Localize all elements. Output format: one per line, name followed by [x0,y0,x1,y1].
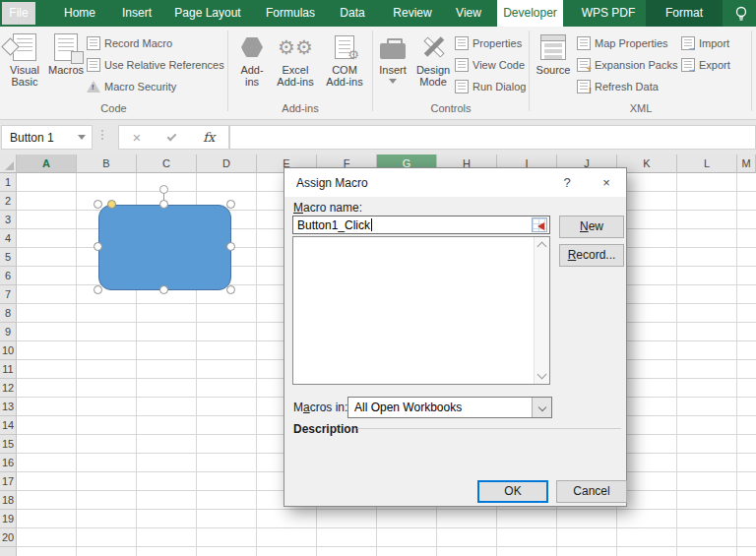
record-button[interactable]: Record... [559,244,624,267]
resize-handle-middle-right[interactable] [226,242,235,251]
refedit-collapse-icon[interactable] [532,217,547,232]
formula-input[interactable] [229,125,756,150]
row-header-14[interactable]: 14 [0,416,17,435]
macro-list[interactable] [292,236,550,385]
row-header-7[interactable]: 7 [0,285,17,304]
select-all-corner[interactable] [0,154,17,173]
expansion-packs-button[interactable]: + Expansion Packs [577,56,677,74]
xml-group-label: XML [530,102,752,116]
row-header-11[interactable]: 11 [0,360,17,379]
row-header-15[interactable]: 15 [0,435,17,454]
dialog-title-bar: Assign Macro ? × [284,168,626,197]
run-dialog-icon [455,80,469,93]
cancel-entry-icon[interactable]: × [133,129,142,146]
enter-entry-icon[interactable] [167,131,177,141]
row-header-20[interactable]: 20 [0,528,17,547]
column-header-L[interactable]: L [677,154,737,173]
scroll-up-icon[interactable] [537,242,547,252]
row-header-6[interactable]: 6 [0,267,17,285]
tab-file[interactable]: File [2,2,35,25]
scroll-down-icon[interactable] [537,370,547,380]
insert-controls-button[interactable]: Insert [376,31,410,101]
excel-add-ins-button[interactable]: ⚙⚙ ExcelAdd-ins [273,31,318,101]
row-header-3[interactable]: 3 [0,211,17,229]
formula-bar-resize-handle[interactable] [101,130,103,140]
row-header-1[interactable]: 1 [0,173,17,192]
row-header-12[interactable]: 12 [0,379,17,398]
column-header-D[interactable]: D [197,154,257,173]
macros-button[interactable]: Macros [47,31,85,101]
column-header-B[interactable]: B [77,154,137,173]
column-header-A[interactable]: A [17,154,77,173]
resize-handle-bottom-middle[interactable] [159,285,168,294]
resize-handle-top-left[interactable] [94,200,102,209]
tab-wps-pdf[interactable]: WPS PDF [569,0,648,27]
resize-handle-middle-left[interactable] [94,242,102,251]
add-ins-button[interactable]: Add-ins [233,31,271,101]
name-box[interactable]: Button 1 [1,125,93,150]
design-mode-button[interactable]: DesignMode [411,31,455,101]
export-button[interactable]: → Export [681,56,730,74]
row-header-10[interactable]: 10 [0,341,17,360]
resize-handle-bottom-left[interactable] [94,285,102,294]
visual-basic-button[interactable]: VisualBasic [2,31,47,101]
row-header-8[interactable]: 8 [0,304,17,323]
macros-in-dropdown[interactable]: All Open Workbooks [347,397,552,418]
cancel-button[interactable]: Cancel [556,480,627,503]
column-header-M[interactable]: M [737,154,756,173]
dropdown-chevron-button[interactable] [532,398,551,417]
properties-button[interactable]: Properties [455,34,522,52]
row-header-4[interactable]: 4 [0,229,17,248]
tab-view[interactable]: View [446,0,491,27]
excel-window: File Home Insert Page Layout Formulas Da… [0,0,756,556]
tab-page-layout[interactable]: Page Layout [165,0,250,27]
ok-button[interactable]: OK [477,480,548,503]
row-header-17[interactable]: 17 [0,472,17,491]
run-dialog-button[interactable]: Run Dialog [455,78,526,95]
tab-review[interactable]: Review [380,0,445,27]
resize-handle-top-middle[interactable] [159,200,168,209]
refresh-data-button[interactable]: ! Refresh Data [577,78,659,95]
macro-name-value: Button1_Click [293,218,370,232]
tab-format[interactable]: Format [646,0,723,27]
view-code-button[interactable]: View Code [455,56,525,74]
resize-handle-bottom-right[interactable] [226,285,235,294]
row-header-9[interactable]: 9 [0,323,17,341]
row-header-16[interactable]: 16 [0,454,17,472]
tab-data[interactable]: Data [331,0,374,27]
description-label: Description [293,422,358,436]
macro-name-input[interactable]: Button1_Click [292,216,550,234]
rotation-handle[interactable] [159,185,168,194]
row-header-13[interactable]: 13 [0,398,17,416]
dialog-close-icon[interactable]: × [587,168,626,197]
tab-home[interactable]: Home [53,0,106,27]
resize-handle-top-right[interactable] [226,200,235,209]
row-header-19[interactable]: 19 [0,510,17,528]
new-button[interactable]: New [559,216,624,238]
row-header-5[interactable]: 5 [0,248,17,267]
add-ins-group-label: Add-ins [228,102,372,116]
column-header-C[interactable]: C [137,154,197,173]
import-button[interactable]: → Import [681,34,729,52]
use-relative-references-button[interactable]: Use Relative References [87,56,224,74]
tab-insert[interactable]: Insert [110,0,163,27]
insert-function-icon[interactable]: fx [203,130,215,145]
name-box-dropdown-icon[interactable] [78,135,86,140]
map-properties-icon [577,36,591,50]
code-group-label: Code [0,102,227,116]
button-shape[interactable] [98,205,231,290]
source-button[interactable]: Source [533,31,574,101]
tell-me-lightbulb-icon[interactable] [732,5,750,23]
row-header-partial[interactable] [0,547,17,556]
tab-formulas[interactable]: Formulas [254,0,327,27]
row-header-18[interactable]: 18 [0,491,17,510]
macro-list-scrollbar[interactable] [534,237,549,384]
adjust-handle[interactable] [107,200,116,209]
tab-developer-active[interactable]: Developer [497,0,563,27]
macro-security-button[interactable]: Macro Security [87,78,176,95]
row-header-2[interactable]: 2 [0,192,17,211]
com-add-ins-button[interactable]: ⚙ COMAdd-ins [320,31,369,101]
record-macro-button[interactable]: Record Macro [87,34,172,52]
map-properties-button[interactable]: Map Properties [577,34,668,52]
dialog-help-button[interactable]: ? [547,168,587,197]
